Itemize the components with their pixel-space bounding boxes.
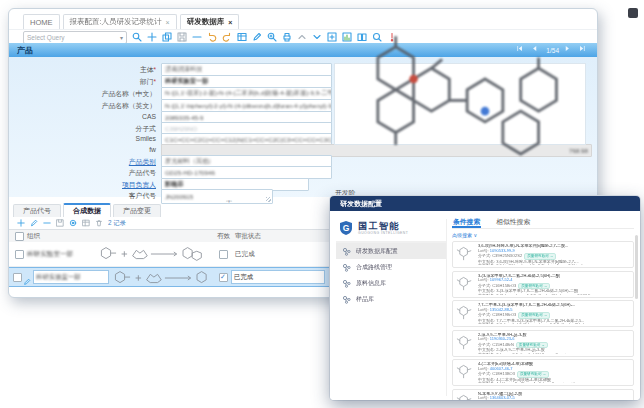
tab-product-code[interactable]: 产品代号 [13, 204, 61, 217]
dropdown-caret-icon[interactable] [120, 34, 123, 41]
alias-en: 英文别名: 4-(dibenzo[b,d]furan-4-yl)phenylbo… [478, 382, 630, 383]
close-tab-icon[interactable] [228, 19, 232, 26]
app-badge-icon [628, 8, 638, 18]
menu-item-icon [342, 247, 351, 256]
search-tab-bar: 条件搜索 相似性搜索 [452, 215, 634, 229]
structure-viewer[interactable] [334, 63, 586, 145]
sidebar-menu-item[interactable]: 合成路线管理 [336, 259, 446, 275]
dialog-main: 条件搜索 相似性搜索 高级搜索 ∨ 3,6-双(9H- [452, 215, 634, 396]
splitter-grip[interactable] [214, 198, 244, 204]
structure-thumbnail [456, 362, 475, 383]
rd-config-dialog: 研发数据配置 G 国工智能 GUOGONG INTELLIGENT [330, 196, 640, 400]
table-view-icon[interactable] [237, 32, 247, 42]
row-grid-icon[interactable] [82, 219, 90, 227]
alias-en: 英文别名: 3,6-bis(9H-carbazol-9-yl)-N-phenyl… [478, 264, 630, 265]
collapse-up-icon[interactable] [297, 32, 307, 42]
edit-icon[interactable] [252, 32, 262, 42]
structure-thumbnail [456, 274, 475, 295]
tab-condition-search[interactable]: 条件搜索 [452, 215, 481, 228]
status-edit-field[interactable]: 已完成 [231, 270, 325, 284]
tab-product-change[interactable]: 产品变更 [113, 204, 161, 217]
brand-name: 国工智能 [358, 222, 408, 231]
copy-icon[interactable] [162, 32, 172, 42]
query-placeholder: Select Query [27, 34, 65, 41]
lot-label: Lot号: [478, 336, 489, 341]
scrollbar-thumb[interactable] [635, 235, 638, 299]
valid-checkbox[interactable] [219, 250, 228, 259]
row-checkbox[interactable] [15, 250, 24, 259]
compound-card[interactable]: N-苯基-9,9'-螺二[芴]-2-胺 Lot号: 1364603-07-5 分… [452, 389, 634, 401]
compound-card[interactable]: 7,7-二甲基-3-(3-溴苯甲基)-7,8-二氢-2H-色烯-2,5(6H)-… [452, 300, 634, 327]
save-icon[interactable] [177, 32, 187, 42]
org-cell: 科研实验室一部 [27, 250, 73, 259]
lot-label: Lot号: [478, 307, 489, 312]
tab-similarity-search[interactable]: 相似性搜索 [495, 215, 531, 228]
lot-link[interactable]: 1090533-99-9 [490, 248, 515, 253]
remove-icon[interactable] [192, 32, 202, 42]
refresh-icon[interactable] [222, 32, 232, 42]
lot-link[interactable]: 1364603-07-5 [490, 395, 515, 400]
tab-rd-database[interactable]: 研发数据库 [180, 14, 240, 29]
menu-item-icon [342, 279, 351, 288]
alias-en: 英文别名: 7,7-dimethyl-3-(3-bromobenzyl)-7,8… [478, 323, 630, 324]
structure-thumbnail [456, 244, 475, 265]
formula-text: 分子式: C18H19BrO3 [478, 312, 516, 317]
row-select-icon[interactable] [69, 219, 77, 227]
alias-en: 英文别名: 3-(3-bromobenzyl)-7,8-dihydro-2H-c… [478, 294, 630, 295]
row-add-icon[interactable] [17, 219, 25, 227]
shield-logo-icon: G [338, 220, 354, 236]
compound-card[interactable]: 3-(3-溴苯甲基)-7,8-二氢-2H-色烯-2,5(6H)-二酮 Lot号:… [452, 271, 634, 298]
sidebar-menu-item[interactable]: 样品库 [336, 291, 446, 307]
expand-down-icon[interactable] [312, 32, 322, 42]
screenshot-canvas: HOME 报表配置:人员研发记录统计 研发数据库 Select Query [0, 0, 644, 408]
tab-synthesis-data[interactable]: 合成数据 [63, 203, 111, 217]
select-all-checkbox[interactable] [15, 232, 24, 241]
tab-home-label: HOME [30, 18, 53, 27]
sidebar-menu: 研发数据库配置 合成路线管理 原料信息库 样品库 [336, 243, 446, 307]
structure-thumbnail [456, 392, 475, 401]
lot-link[interactable]: 109967-52-4 [490, 277, 513, 282]
lot-link[interactable]: 400607-46-7 [490, 366, 513, 371]
close-tab-icon[interactable] [166, 19, 170, 26]
column-header-valid[interactable]: 有效 [217, 232, 230, 241]
reaction-scheme-image [93, 243, 218, 265]
compound-card[interactable]: 4-(二苯并[b,d]呋喃-4-基)苯硼酸 Lot号: 400607-46-7 … [452, 359, 634, 386]
undo-icon[interactable] [207, 32, 217, 42]
compound-card[interactable]: 3,6-双(9H-咔唑-9-基)-N-苯基苯并[b]噻吩-2,7-二胺... L… [452, 241, 634, 268]
search-icon[interactable] [132, 32, 142, 42]
row-editing-icon [23, 272, 31, 290]
lot-label: Lot号: [478, 395, 489, 400]
tab-home[interactable]: HOME [23, 14, 60, 29]
lot-link[interactable]: 135042-88-5 [490, 307, 513, 312]
print-icon[interactable] [282, 32, 292, 42]
row-remove-icon[interactable] [43, 219, 51, 227]
advanced-search-link[interactable]: 高级搜索 ∨ [452, 232, 634, 238]
compound-card[interactable]: 2-溴-9,9-二甲基-9H-芴-3-胺 Lot号: 1190360-23-6 … [452, 330, 634, 357]
row-checkbox[interactable] [13, 273, 22, 282]
dialog-header[interactable]: 研发数据配置 [330, 196, 640, 211]
reaction-scheme-image [107, 267, 217, 289]
column-header-status[interactable]: 审批状态 [235, 232, 261, 241]
column-header-org[interactable]: 组织 [27, 232, 40, 241]
sidebar-menu-item[interactable]: 研发数据库配置 [336, 243, 446, 259]
brand-logo: G 国工智能 GUOGONG INTELLIGENT [336, 219, 446, 243]
add-icon[interactable] [147, 32, 157, 42]
field-label-product-code: 产品代号 [9, 168, 156, 178]
tab-report-config-label: 报表配置:人员研发记录统计 [70, 17, 162, 27]
field-label-cas: CAS [9, 113, 156, 120]
sidebar-menu-item[interactable]: 原料信息库 [336, 275, 446, 291]
row-save-icon[interactable] [56, 219, 64, 227]
zoom-search-icon[interactable] [267, 32, 277, 42]
lot-link[interactable]: 1190360-23-6 [490, 336, 515, 341]
query-select[interactable]: Select Query [23, 31, 127, 44]
org-edit-field[interactable]: 科研实验室一部 [33, 270, 109, 284]
valid-checkbox[interactable] [219, 273, 228, 282]
lot-label: Lot号: [478, 366, 489, 371]
compound-result-list: 3,6-双(9H-咔唑-9-基)-N-苯基苯并[b]噻吩-2,7-二胺... L… [452, 241, 634, 400]
tab-report-config[interactable]: 报表配置:人员研发记录统计 [63, 14, 177, 29]
lot-label: Lot号: [478, 277, 489, 282]
row-edit-icon[interactable] [30, 219, 38, 227]
molecule-structure-image [335, 29, 585, 179]
row-delete-icon[interactable] [95, 219, 103, 227]
field-label-customer-code: 客户代号 [9, 191, 156, 201]
